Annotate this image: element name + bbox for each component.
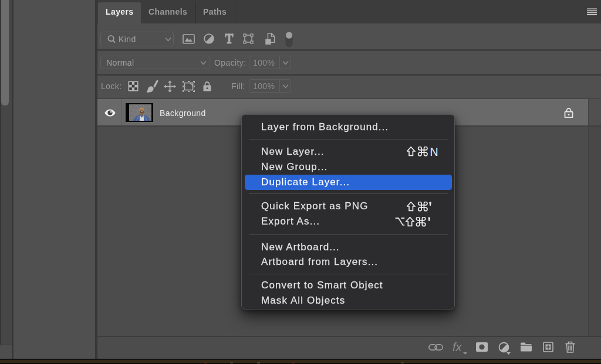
svg-text:N: N <box>430 147 438 157</box>
